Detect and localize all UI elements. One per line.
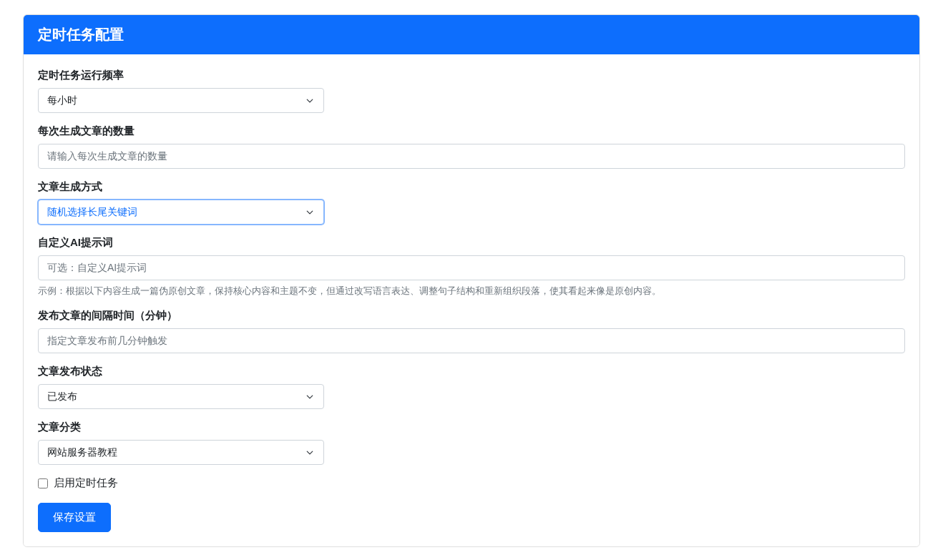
ai-prompt-label: 自定义AI提示词	[38, 236, 905, 250]
count-label: 每次生成文章的数量	[38, 124, 905, 138]
frequency-label: 定时任务运行频率	[38, 69, 905, 82]
config-card: 定时任务配置 定时任务运行频率 每小时 每次生成文章的数量 文章生成方式 随机选…	[23, 14, 920, 547]
count-group: 每次生成文章的数量	[38, 124, 905, 169]
ai-prompt-hint: 示例：根据以下内容生成一篇伪原创文章，保持核心内容和主题不变，但通过改写语言表达…	[38, 285, 905, 298]
frequency-group: 定时任务运行频率 每小时	[38, 69, 905, 113]
status-select[interactable]: 已发布	[38, 384, 324, 409]
interval-group: 发布文章的间隔时间（分钟）	[38, 309, 905, 353]
enable-checkbox[interactable]	[38, 478, 48, 488]
enable-check: 启用定时任务	[38, 476, 905, 490]
card-title: 定时任务配置	[38, 26, 124, 42]
ai-prompt-group: 自定义AI提示词 示例：根据以下内容生成一篇伪原创文章，保持核心内容和主题不变，…	[38, 236, 905, 298]
interval-input[interactable]	[38, 328, 905, 353]
save-button[interactable]: 保存设置	[38, 503, 111, 532]
status-group: 文章发布状态 已发布	[38, 365, 905, 409]
frequency-select[interactable]: 每小时	[38, 88, 324, 113]
method-group: 文章生成方式 随机选择长尾关键词	[38, 180, 905, 225]
enable-label[interactable]: 启用定时任务	[54, 476, 118, 490]
interval-label: 发布文章的间隔时间（分钟）	[38, 309, 905, 323]
count-input[interactable]	[38, 144, 905, 169]
status-label: 文章发布状态	[38, 365, 905, 378]
category-select[interactable]: 网站服务器教程	[38, 440, 324, 465]
category-group: 文章分类 网站服务器教程	[38, 421, 905, 465]
category-label: 文章分类	[38, 421, 905, 434]
method-select[interactable]: 随机选择长尾关键词	[38, 200, 324, 225]
method-label: 文章生成方式	[38, 180, 905, 194]
card-header: 定时任务配置	[24, 15, 919, 54]
card-body: 定时任务运行频率 每小时 每次生成文章的数量 文章生成方式 随机选择长尾关键词 …	[24, 54, 919, 546]
ai-prompt-input[interactable]	[38, 255, 905, 280]
